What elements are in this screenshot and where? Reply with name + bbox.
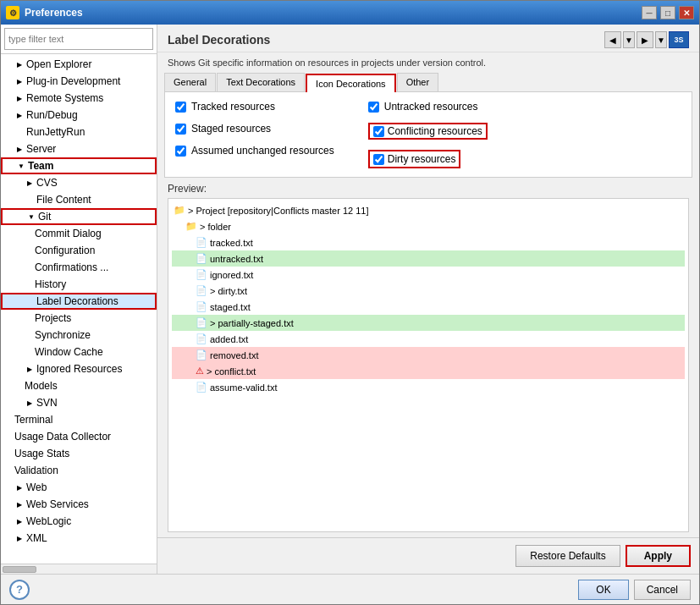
sidebar-item-plugin-dev[interactable]: ▶ Plug-in Development xyxy=(1,73,157,90)
preview-item-text: added.txt xyxy=(210,334,248,344)
sidebar-item-window-cache[interactable]: Window Cache xyxy=(1,344,157,360)
sidebar-item-web-services[interactable]: ▶ Web Services xyxy=(1,496,157,513)
checkboxes-panel: Tracked resources Staged resources Assum… xyxy=(164,92,692,178)
sidebar-item-svn[interactable]: ▶ SVN xyxy=(1,394,157,411)
assumed-unchanged-checkbox[interactable] xyxy=(175,146,186,157)
scrollbar-thumb[interactable] xyxy=(3,566,36,573)
tab-icon-decorations[interactable]: Icon Decorations xyxy=(306,74,396,92)
sidebar-item-synchronize[interactable]: Synchronize xyxy=(1,327,157,344)
conflicting-checkbox[interactable] xyxy=(373,126,384,137)
app-icon: ⚙ xyxy=(6,6,19,19)
preview-item-text: untracked.txt xyxy=(210,254,263,264)
arrow-icon: ▼ xyxy=(26,212,36,222)
folder-icon: 📁 xyxy=(185,221,197,232)
minimize-button[interactable]: ─ xyxy=(642,6,657,19)
sidebar-item-ignored-resources[interactable]: ▶ Ignored Resources xyxy=(1,360,157,377)
preview-item-untracked: 📄 untracked.txt xyxy=(172,250,685,267)
file-icon: 📄 xyxy=(196,301,207,312)
cancel-button[interactable]: Cancel xyxy=(634,580,691,600)
preview-item-removed: 📄 removed.txt xyxy=(172,347,685,363)
file-icon: 📄 xyxy=(196,349,207,360)
sidebar-item-usage-data-collector[interactable]: Usage Data Collector xyxy=(1,428,157,445)
eclipse-badge: 3S xyxy=(669,31,689,48)
sidebar-item-label: File Content xyxy=(36,194,91,206)
sidebar-item-git[interactable]: ▼ Git xyxy=(1,208,157,225)
sidebar-item-configuration[interactable]: Configuration xyxy=(1,242,157,259)
arrow-icon xyxy=(25,195,35,205)
preview-tree: 📁 > Project [repository|Conflicts master… xyxy=(168,198,689,532)
arrow-icon: ▶ xyxy=(25,178,35,188)
dirty-label: Dirty resources xyxy=(388,153,456,165)
sidebar-item-open-explorer[interactable]: ▶ Open Explorer xyxy=(1,56,157,73)
sidebar-item-history[interactable]: History xyxy=(1,276,157,293)
sidebar-item-cvs[interactable]: ▶ CVS xyxy=(1,174,157,191)
sidebar-item-web[interactable]: ▶ Web xyxy=(1,479,157,496)
preview-item-tracked: 📄 tracked.txt xyxy=(172,234,685,250)
tab-general[interactable]: General xyxy=(164,73,216,91)
checkbox-conflicting: Conflicting resources xyxy=(368,123,488,140)
arrow-icon: ▶ xyxy=(14,59,25,69)
arrow-icon: ▶ xyxy=(14,533,25,543)
sidebar-item-validation[interactable]: Validation xyxy=(1,462,157,479)
back-button[interactable]: ◀ xyxy=(604,31,621,48)
arrow-icon: ▶ xyxy=(14,76,25,86)
sidebar-item-label: Server xyxy=(26,143,56,155)
back-dropdown[interactable]: ▼ xyxy=(623,31,635,48)
file-icon: 📄 xyxy=(196,333,207,344)
ok-button[interactable]: OK xyxy=(578,580,628,600)
preview-item-text: removed.txt xyxy=(210,350,258,360)
conflicting-label: Conflicting resources xyxy=(388,125,482,137)
search-input[interactable] xyxy=(4,28,153,50)
tracked-checkbox[interactable] xyxy=(175,102,186,113)
forward-button[interactable]: ▶ xyxy=(637,31,653,48)
tab-other-label: Other xyxy=(406,77,430,87)
apply-button[interactable]: Apply xyxy=(626,545,691,567)
sidebar-item-weblogic[interactable]: ▶ WebLogic xyxy=(1,513,157,530)
scrollbar-horizontal[interactable] xyxy=(1,564,157,574)
preview-item-folder: 📁 > folder xyxy=(172,218,685,234)
search-box xyxy=(1,25,157,54)
window-title: Preferences xyxy=(25,7,642,19)
file-icon: 📄 xyxy=(196,382,207,393)
tab-text-decorations[interactable]: Text Decorations xyxy=(217,73,305,91)
help-button[interactable]: ? xyxy=(9,580,30,600)
maximize-button[interactable]: □ xyxy=(660,6,675,19)
sidebar-item-projects[interactable]: Projects xyxy=(1,310,157,327)
sidebar-item-commit-dialog[interactable]: Commit Dialog xyxy=(1,225,157,242)
tab-text-label: Text Decorations xyxy=(226,77,295,87)
panel-header: Label Decorations ◀ ▼ ▶ ▼ 3S xyxy=(157,25,699,52)
sidebar-item-confirmations[interactable]: Confirmations ... xyxy=(1,259,157,276)
staged-checkbox[interactable] xyxy=(175,124,186,135)
preview-item-text: > partially-staged.txt xyxy=(210,318,294,328)
arrow-icon: ▶ xyxy=(25,364,35,374)
file-icon: 📄 xyxy=(196,317,207,328)
sidebar-item-label: Git xyxy=(38,211,51,223)
sidebar-item-label: Confirmations ... xyxy=(35,261,108,273)
sidebar-item-terminal[interactable]: Terminal xyxy=(1,411,157,428)
sidebar-item-usage-stats[interactable]: Usage Stats xyxy=(1,445,157,462)
titlebar: ⚙ Preferences ─ □ ✕ xyxy=(1,1,699,25)
checkbox-assumed-unchanged: Assumed unchanged resources xyxy=(175,145,334,157)
preview-item-text: > dirty.txt xyxy=(210,286,247,296)
forward-dropdown[interactable]: ▼ xyxy=(655,31,667,48)
file-icon: 📄 xyxy=(196,253,207,264)
preview-item-text: staged.txt xyxy=(210,302,251,312)
sidebar-item-server[interactable]: ▶ Server xyxy=(1,140,157,157)
preview-item-staged: 📄 staged.txt xyxy=(172,299,685,315)
close-button[interactable]: ✕ xyxy=(679,6,694,19)
sidebar-item-team[interactable]: ▼ Team xyxy=(1,157,157,174)
sidebar-item-label-decorations[interactable]: Label Decorations xyxy=(1,293,157,310)
staged-label: Staged resources xyxy=(191,123,271,135)
sidebar-item-remote-systems[interactable]: ▶ Remote Systems xyxy=(1,90,157,107)
sidebar-item-run-jettyrun[interactable]: RunJettyRun xyxy=(1,124,157,140)
dirty-checkbox[interactable] xyxy=(373,154,384,165)
sidebar-item-models[interactable]: Models xyxy=(1,377,157,394)
sidebar-item-label: Web Services xyxy=(26,498,89,510)
untracked-checkbox[interactable] xyxy=(368,102,379,113)
sidebar-item-run-debug[interactable]: ▶ Run/Debug xyxy=(1,107,157,124)
sidebar-item-xml[interactable]: ▶ XML xyxy=(1,530,157,547)
restore-defaults-button[interactable]: Restore Defaults xyxy=(515,545,620,567)
sidebar-item-file-content[interactable]: File Content xyxy=(1,191,157,208)
tab-other[interactable]: Other xyxy=(397,73,439,91)
file-icon: 📄 xyxy=(196,237,207,248)
